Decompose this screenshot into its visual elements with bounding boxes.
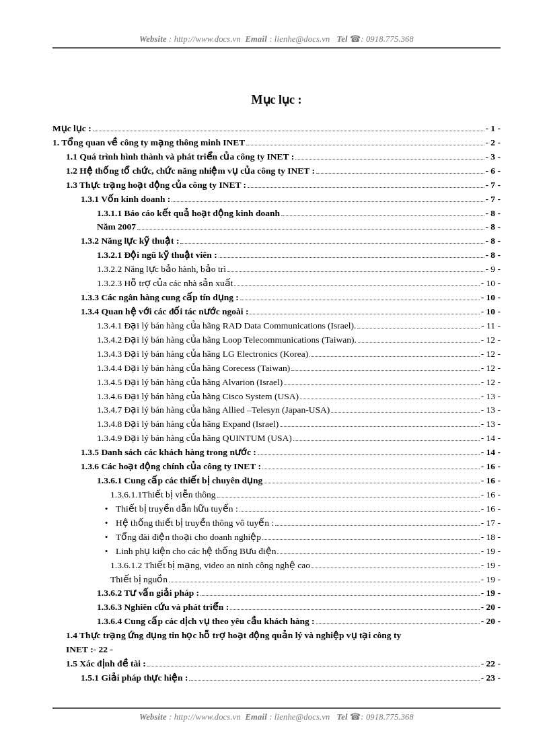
table-of-contents: Mục lục :- 1 -1. Tổng quan về công ty mạ… bbox=[52, 122, 501, 685]
toc-leader bbox=[280, 419, 479, 427]
toc-leader bbox=[180, 236, 484, 244]
toc-label: 1.3.5 Danh sách các khách hàng trong nướ… bbox=[81, 446, 256, 460]
toc-leader bbox=[258, 447, 480, 455]
header-website-url: http://www.docs.vn bbox=[174, 34, 241, 44]
toc-leader bbox=[246, 137, 484, 145]
toc-entry: 1.3.2 Năng lực kỹ thuật :- 8 - bbox=[52, 234, 501, 248]
toc-label: 1.3.4.3 Đại lý bán hàng của hãng LG Elec… bbox=[97, 347, 308, 362]
toc-label: 1.3.2.1 Đội ngũ kỹ thuật viên : bbox=[97, 248, 217, 263]
toc-entry: 1.1 Quá trình hình thành và phát triển c… bbox=[52, 150, 501, 164]
toc-label: 1.3.1 Vốn kinh doanh : bbox=[81, 193, 170, 207]
toc-entry: 1.3.4.3 Đại lý bán hàng của hãng LG Elec… bbox=[52, 347, 501, 362]
toc-page-number: - 2 - bbox=[486, 136, 501, 150]
toc-entry: 1.3.4.7 Đại lý bán hàng của hãng Allied … bbox=[52, 403, 501, 417]
header-tel-number: 0918.775.368 bbox=[366, 34, 414, 44]
toc-entry: 1.3.2.2 Năng lực bảo hành, bảo trì- 9 - bbox=[52, 263, 501, 277]
toc-label: 1.3.6 Các hoạt động chính của công ty IN… bbox=[81, 460, 261, 474]
toc-page-number: - 11 - bbox=[481, 319, 501, 333]
toc-label: 1.3.2.2 Năng lực bảo hành, bảo trì bbox=[97, 263, 226, 277]
bullet-icon bbox=[97, 530, 116, 545]
toc-leader bbox=[147, 658, 480, 666]
toc-page-number: - 13 - bbox=[481, 417, 501, 432]
toc-page-number: - 16 - bbox=[481, 460, 501, 474]
toc-entry: Tổng đài điện thoại cho doanh nghiệp- 18… bbox=[52, 530, 501, 545]
toc-leader bbox=[277, 546, 479, 554]
toc-page-number: - 12 - bbox=[481, 347, 501, 362]
toc-entry: 1.3.4 Quan hệ với các đối tác nước ngoài… bbox=[52, 305, 501, 319]
footer-text: Website : http://www.docs.vn Email : lie… bbox=[52, 712, 501, 722]
toc-label: 1.3 Thực trạng hoạt động của công ty INE… bbox=[66, 178, 246, 193]
toc-page-number: - 12 - bbox=[481, 333, 501, 347]
toc-entry: 1.3.1 Vốn kinh doanh :- 7 - bbox=[52, 193, 501, 207]
toc-leader bbox=[264, 475, 479, 483]
footer-website-url: http://www.docs.vn bbox=[174, 712, 241, 722]
header-email-addr: lienhe@docs.vn bbox=[274, 34, 330, 44]
toc-entry: 1. Tổng quan về công ty mạng thông minh … bbox=[52, 136, 501, 150]
toc-page-number: - 1 - bbox=[486, 122, 501, 136]
toc-entry: 1.3.4.8 Đại lý bán hàng của hãng Expand … bbox=[52, 417, 501, 432]
toc-page-number: - 17 - bbox=[481, 516, 501, 530]
toc-page-number: - 13 - bbox=[481, 390, 501, 404]
toc-leader bbox=[281, 207, 484, 215]
phone-icon: ☎ bbox=[350, 34, 361, 44]
toc-entry: 1.3.6.4 Cung cấp các dịch vụ theo yêu cầ… bbox=[52, 615, 501, 629]
toc-entry: 1.5.1 Giải pháp thực hiện :- 23 - bbox=[52, 671, 501, 685]
toc-entry: Thiết bị nguồn- 19 - bbox=[52, 573, 501, 587]
toc-label: 1.3.4.6 Đại lý bán hàng của hãng Cisco S… bbox=[97, 390, 299, 404]
toc-page-number: - 16 - bbox=[481, 502, 501, 516]
toc-entry: 1.3.4.4 Đại lý bán hàng của hãng Coreces… bbox=[52, 362, 501, 376]
toc-leader bbox=[275, 518, 480, 526]
toc-entry: 1.3.5 Danh sách các khách hàng trong nướ… bbox=[52, 446, 501, 460]
toc-page-number: - 19 - bbox=[481, 586, 501, 600]
toc-page-number: - 7 - bbox=[486, 193, 501, 207]
toc-leader bbox=[300, 390, 480, 399]
page-title: Mục lục : bbox=[52, 92, 501, 107]
toc-label: 1.3.3 Các ngân hàng cung cấp tín dụng : bbox=[81, 291, 239, 305]
toc-leader bbox=[137, 221, 484, 230]
toc-page-number: - 8 - bbox=[486, 220, 501, 234]
toc-page-number: - 12 - bbox=[481, 376, 501, 390]
toc-label: Linh phụ kiện cho các hệ thống Bưu điện bbox=[116, 545, 276, 559]
toc-page-number: - 9 - bbox=[486, 263, 501, 277]
toc-entry: 1.3.6.2 Tư vấn giải pháp :- 19 - bbox=[52, 586, 501, 600]
toc-leader bbox=[316, 616, 480, 624]
toc-entry: 1.5 Xác định đề tài :- 22 - bbox=[52, 657, 501, 671]
header-website-label: Website bbox=[139, 34, 167, 44]
footer: Website : http://www.docs.vn Email : lie… bbox=[52, 707, 501, 722]
toc-label: 1.3.2 Năng lực kỹ thuật : bbox=[81, 234, 179, 248]
toc-label: 1.1 Quá trình hình thành và phát triển c… bbox=[66, 150, 294, 164]
toc-entry: 1.3.4.1 Đại lý bán hàng của hãng RAD Dat… bbox=[52, 319, 501, 333]
toc-page-number: - 10 - bbox=[481, 291, 501, 305]
toc-leader bbox=[234, 278, 479, 286]
header-text: Website : http://www.docs.vn Email : lie… bbox=[52, 34, 501, 44]
toc-entry: 1.3.6 Các hoạt động chính của công ty IN… bbox=[52, 460, 501, 474]
toc-page-number: - 3 - bbox=[486, 150, 501, 164]
toc-page-number: - 6 - bbox=[486, 164, 501, 178]
toc-page-number: - 23 - bbox=[481, 671, 501, 685]
toc-page-number: - 22 - bbox=[94, 643, 113, 657]
toc-label: 1.3.4.9 Đại lý bán hàng của hãng QUINTUM… bbox=[97, 432, 292, 446]
toc-entry: 1.2 Hệ thống tổ chức, chức năng nhiệm vụ… bbox=[52, 164, 501, 178]
toc-leader bbox=[189, 673, 479, 681]
toc-leader bbox=[293, 433, 480, 441]
toc-leader bbox=[357, 320, 480, 329]
phone-icon: ☎ bbox=[350, 712, 361, 722]
bullet-icon bbox=[97, 516, 116, 530]
toc-label: 1.3.1.1 Báo cáo kết quả hoạt động kinh d… bbox=[97, 207, 280, 221]
toc-entry: 1.3.1.1 Báo cáo kết quả hoạt động kinh d… bbox=[52, 207, 501, 221]
toc-entry: Mục lục :- 1 - bbox=[52, 122, 501, 136]
toc-page-number: - 14 - bbox=[481, 446, 501, 460]
toc-page-number: - 8 - bbox=[486, 207, 501, 221]
toc-leader bbox=[358, 335, 480, 343]
toc-page-number: - 16 - bbox=[481, 488, 501, 502]
toc-leader bbox=[295, 151, 484, 160]
toc-leader bbox=[217, 489, 480, 497]
toc-page-number: - 20 - bbox=[481, 600, 501, 615]
toc-page-number: - 7 - bbox=[486, 178, 501, 193]
toc-entry: 1.3.4.9 Đại lý bán hàng của hãng QUINTUM… bbox=[52, 432, 501, 446]
bullet-icon bbox=[97, 502, 116, 516]
toc-entry: 1.3.6.1 Cung cấp các thiết bị chuyên dụn… bbox=[52, 474, 501, 488]
footer-divider bbox=[52, 707, 501, 709]
footer-tel-number: 0918.775.368 bbox=[366, 712, 414, 722]
toc-page-number: - 19 - bbox=[481, 559, 501, 573]
